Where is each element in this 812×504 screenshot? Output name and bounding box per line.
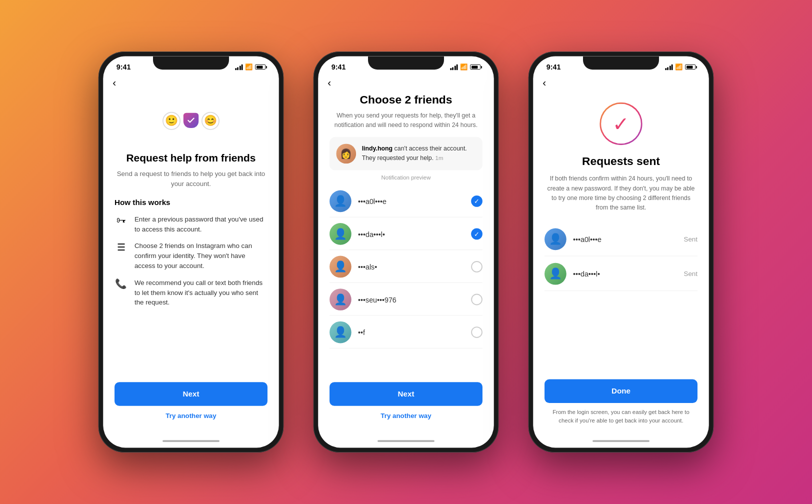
face-left: 🙂: [162, 112, 180, 130]
friend-avatar-3: 👤: [330, 256, 352, 278]
friend-item-4[interactable]: 👤 •••seu•••976: [330, 284, 482, 316]
friend-avatar-1: 👤: [330, 190, 352, 212]
home-indicator-3: [533, 434, 709, 448]
phone-1-screen: 9:41 📶 ‹ 🙂: [103, 56, 279, 448]
sent-friend-avatar-1: 👤: [544, 228, 566, 250]
signal-icon-2: [450, 64, 458, 70]
hero-illustration-1: 🙂 😊: [114, 102, 268, 140]
sent-friend-item-1: 👤 •••a0l•••e Sent: [544, 222, 698, 256]
notch-2: [368, 56, 444, 70]
back-button-1[interactable]: ‹: [103, 73, 279, 93]
screen1-title: Request help from friends: [114, 152, 268, 164]
friend-name-4: •••seu•••976: [358, 296, 464, 304]
phone-icon: 📞: [114, 278, 128, 290]
sent-status-1: Sent: [684, 236, 698, 243]
sent-status-2: Sent: [684, 270, 698, 278]
sent-friend-list: 👤 •••a0l•••e Sent 👤 •••da•••l• Sent: [544, 222, 698, 372]
screen3-subtitle: If both friends confirm within 24 hours,…: [544, 174, 698, 213]
phone-2: 9:41 📶 ‹ Choose 2 friends When you send …: [314, 52, 499, 452]
friend-item-3[interactable]: 👤 •••als•: [330, 251, 482, 283]
status-icons-2: 📶: [450, 64, 480, 70]
bottom-section-3: Done From the login screen, you can easi…: [533, 372, 709, 434]
key-icon: 🗝: [114, 215, 128, 226]
sent-friend-name-2: •••da•••l•: [573, 270, 677, 278]
faces-shield: 🙂 😊: [162, 102, 220, 140]
screen3-content: ✓ Requests sent If both friends confirm …: [533, 93, 709, 372]
feature-item-3: 📞 We recommend you call or text both fri…: [114, 278, 268, 308]
notif-avatar: 👩: [336, 144, 356, 164]
friend-name-2: •••da•••l•: [358, 230, 464, 238]
time-3: 9:41: [546, 63, 561, 71]
wifi-icon-2: 📶: [460, 64, 468, 70]
friend-item-2[interactable]: 👤 •••da•••l• ✓: [330, 218, 482, 250]
friend-name-3: •••als•: [358, 262, 464, 270]
screen2-content: Choose 2 friends When you send your requ…: [318, 93, 494, 374]
friend-item-1[interactable]: 👤 •••a0l•••e ✓: [330, 186, 482, 218]
feature-list: 🗝 Enter a previous password that you've …: [114, 214, 268, 374]
friend-list: 👤 •••a0l•••e ✓ 👤 •••da•••l• ✓ 👤: [330, 186, 482, 374]
signal-icon-3: [665, 64, 673, 70]
notch-1: [153, 56, 229, 70]
bottom-section-2: Next Try another way: [318, 374, 494, 434]
battery-icon-3: [685, 64, 696, 70]
feature-text-1: Enter a previous password that you've us…: [134, 214, 268, 234]
next-button-1[interactable]: Next: [114, 382, 268, 406]
screen2-subtitle: When you send your requests for help, th…: [330, 111, 482, 130]
sent-friend-name-1: •••a0l•••e: [573, 235, 677, 243]
notif-time: 1m: [436, 154, 444, 161]
friend-item-5[interactable]: 👤 ••f: [330, 316, 482, 348]
try-another-way-2[interactable]: Try another way: [330, 406, 482, 425]
back-button-2[interactable]: ‹: [318, 73, 494, 93]
status-icons-1: 📶: [235, 64, 266, 70]
friend-checkbox-3[interactable]: [471, 261, 482, 272]
check-circle: ✓: [600, 102, 642, 146]
friend-checkbox-2[interactable]: ✓: [471, 228, 482, 240]
screen3-title: Requests sent: [544, 154, 698, 168]
screen1-subtitle: Send a request to friends to help you ge…: [114, 169, 268, 189]
feature-item-1: 🗝 Enter a previous password that you've …: [114, 214, 268, 234]
face-right: 😊: [202, 112, 220, 130]
next-button-2[interactable]: Next: [330, 382, 482, 406]
notif-username: lindy.hong: [362, 144, 393, 152]
sent-friend-avatar-2: 👤: [544, 263, 566, 285]
phone-2-screen: 9:41 📶 ‹ Choose 2 friends When you send …: [318, 56, 494, 448]
notification-preview: 👩 lindy.hong can't access their account.…: [330, 137, 482, 170]
notif-text: lindy.hong can't access their account. T…: [362, 144, 476, 162]
battery-icon-1: [255, 64, 266, 70]
friend-avatar-5: 👤: [330, 322, 352, 344]
wifi-icon-1: 📶: [245, 64, 252, 70]
home-indicator-1: [103, 434, 279, 448]
phone-1: 9:41 📶 ‹ 🙂: [98, 52, 284, 452]
notch-3: [583, 56, 659, 70]
bottom-section-1: Next Try another way: [103, 374, 279, 434]
feature-text-3: We recommend you call or text both frien…: [134, 278, 268, 308]
friend-checkbox-4[interactable]: [471, 294, 482, 306]
home-indicator-2: [318, 434, 494, 448]
phone-3: 9:41 📶 ‹ ✓ Requests sent If both friends…: [528, 52, 714, 452]
sent-friend-item-2: 👤 •••da•••l• Sent: [544, 258, 698, 291]
list-icon: ☰: [114, 242, 128, 253]
how-this-works-title: How this works: [114, 198, 268, 207]
check-mark-icon: ✓: [612, 112, 629, 136]
friend-avatar-2: 👤: [330, 223, 352, 245]
wifi-icon-3: 📶: [675, 64, 682, 70]
feature-item-2: ☰ Choose 2 friends on Instagram who can …: [114, 241, 268, 271]
screen1-content: 🙂 😊 Request help from friends Send a req…: [103, 93, 279, 374]
status-icons-3: 📶: [665, 64, 696, 70]
battery-icon-2: [470, 64, 480, 70]
try-another-way-1[interactable]: Try another way: [114, 406, 268, 425]
friend-checkbox-1[interactable]: ✓: [471, 196, 482, 207]
feature-text-2: Choose 2 friends on Instagram who can co…: [134, 241, 268, 271]
notif-avatar-img: 👩: [336, 144, 356, 164]
friend-name-1: •••a0l•••e: [358, 197, 464, 205]
signal-icon-1: [235, 64, 243, 70]
time-1: 9:41: [116, 63, 131, 71]
friend-checkbox-5[interactable]: [471, 326, 482, 338]
shield-badge: [184, 113, 198, 128]
friend-avatar-4: 👤: [330, 288, 352, 310]
phone-3-screen: 9:41 📶 ‹ ✓ Requests sent If both friends…: [533, 56, 709, 448]
back-button-3[interactable]: ‹: [533, 73, 709, 93]
preview-label: Notification preview: [330, 174, 482, 180]
done-button[interactable]: Done: [544, 380, 698, 404]
time-2: 9:41: [332, 63, 346, 71]
